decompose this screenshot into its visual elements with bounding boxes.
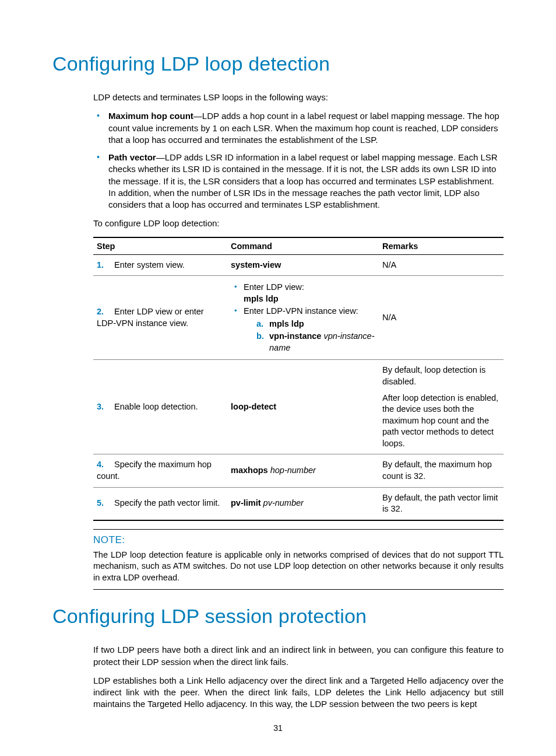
table-row: 2. Enter LDP view or enter LDP-VPN insta…: [93, 276, 504, 360]
detection-methods-list: Maximum hop count—LDP adds a hop count i…: [93, 110, 504, 211]
command-text: vpn-instance: [269, 331, 321, 341]
bullet-lead: Path vector: [108, 152, 156, 162]
config-table: Step Command Remarks 1. Enter system vie…: [93, 237, 504, 521]
table-header-remarks: Remarks: [379, 237, 504, 255]
section-heading-loop-detection: Configuring LDP loop detection: [52, 52, 504, 75]
step-number: 3.: [97, 401, 112, 413]
note-title: NOTE:: [93, 534, 504, 546]
page-number: 31: [0, 723, 556, 733]
note-box: NOTE: The LDP loop detection feature is …: [93, 529, 504, 590]
command-substep: b.vpn-instance vpn-instance-name: [256, 331, 375, 354]
step-number: 2.: [97, 306, 112, 318]
table-row: 5. Specify the path vector limit. pv-lim…: [93, 487, 504, 520]
body-paragraph: LDP establishes both a Link Hello adjace…: [93, 675, 504, 710]
table-row: 3. Enable loop detection. loop-detect By…: [93, 360, 504, 454]
command-text: mpls ldp: [244, 294, 279, 303]
remarks-text: By default, loop detection is disabled.: [382, 365, 500, 387]
step-text: Specify the maximum hop count.: [97, 460, 212, 481]
step-number: 4.: [97, 459, 112, 471]
section-heading-session-protection: Configuring LDP session protection: [52, 605, 504, 628]
pretable-text: To configure LDP loop detection:: [93, 218, 504, 229]
step-number: 1.: [97, 260, 112, 271]
command-text: mpls ldp: [269, 319, 304, 328]
table-row: 4. Specify the maximum hop count. maxhop…: [93, 454, 504, 487]
intro-paragraph: LDP detects and terminates LSP loops in …: [93, 92, 504, 103]
command-intro: Enter LDP-VPN instance view:: [244, 306, 358, 316]
body-paragraph: If two LDP peers have both a direct link…: [93, 644, 504, 668]
command-option: Enter LDP view: mpls ldp: [231, 282, 375, 304]
command-substep: a.mpls ldp: [256, 318, 375, 330]
remarks-text: N/A: [379, 276, 504, 360]
command-arg: hop-number: [270, 466, 316, 475]
remarks-text: N/A: [379, 254, 504, 276]
command-text: maxhops: [231, 466, 268, 475]
step-text: Enter system view.: [114, 260, 185, 270]
step-text: Enable loop detection.: [114, 402, 198, 411]
table-header-step: Step: [93, 237, 227, 255]
bullet-text: —LDP adds LSR ID information in a label …: [108, 152, 498, 209]
step-text: Enter LDP view or enter LDP-VPN instance…: [97, 307, 204, 328]
command-intro: Enter LDP view:: [244, 282, 304, 292]
remarks-text: After loop detection is enabled, the dev…: [382, 393, 500, 450]
command-text: system-view: [231, 260, 281, 270]
command-arg: pv-number: [263, 498, 304, 508]
table-header-command: Command: [227, 237, 379, 255]
bullet-lead: Maximum hop count: [108, 111, 193, 121]
command-option-list: Enter LDP view: mpls ldp Enter LDP-VPN i…: [231, 282, 375, 354]
command-text: pv-limit: [231, 498, 261, 508]
step-number: 5.: [97, 498, 112, 509]
table-row: 1. Enter system view. system-view N/A: [93, 254, 504, 276]
command-text: loop-detect: [231, 402, 276, 411]
note-text: The LDP loop detection feature is applic…: [93, 550, 504, 584]
step-text: Specify the path vector limit.: [114, 498, 220, 508]
command-option: Enter LDP-VPN instance view: a.mpls ldp …: [231, 306, 375, 354]
remarks-text: By default, the maximum hop count is 32.: [379, 454, 504, 487]
remarks-text: By default, the path vector limit is 32.: [379, 487, 504, 520]
list-item: Maximum hop count—LDP adds a hop count i…: [93, 110, 504, 146]
list-item: Path vector—LDP adds LSR ID information …: [93, 152, 504, 211]
